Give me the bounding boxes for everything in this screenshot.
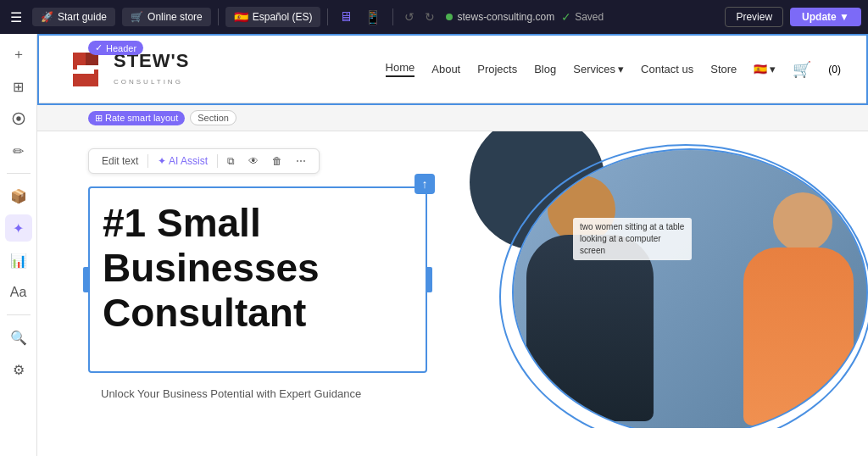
trash-icon: 🗑 (272, 155, 282, 167)
resize-handle-right[interactable] (426, 267, 432, 292)
nav-flag-selector[interactable]: 🇪🇸 ▾ (754, 63, 776, 75)
text-editing-toolbar: Edit text ✦ AI Assist ⧉ 👁 (88, 148, 320, 174)
eye-icon: 👁 (248, 155, 259, 167)
image-alt-caption: two women sitting at a table looking at … (573, 218, 692, 260)
undo-button[interactable]: ↺ (400, 8, 419, 25)
header-badge: Header (88, 41, 143, 55)
sidebar-design-icon[interactable] (5, 105, 32, 132)
flag-icon: 🇪🇸 (234, 10, 248, 24)
rate-smart-layout-label[interactable]: ⊞ Rate smart layout (88, 111, 185, 125)
sidebar-analytics-icon[interactable]: 📊 (5, 247, 32, 274)
edit-text-button[interactable]: Edit text (97, 153, 142, 169)
device-switcher: 🖥 📱 (335, 8, 386, 27)
toolbar-divider1 (147, 154, 148, 168)
site-header-wrapper: STEW'S CONSULTING Home About Projects Bl… (37, 34, 868, 105)
svg-point-1 (16, 116, 20, 120)
ellipsis-icon: ⋯ (296, 155, 306, 167)
site-navigation: Home About Projects Blog Services ▾ Cont… (386, 60, 841, 79)
preview-text-button[interactable]: 👁 (244, 153, 263, 169)
separator3 (392, 8, 393, 25)
copy-button[interactable]: ⧉ (223, 153, 239, 169)
copy-icon: ⧉ (227, 155, 235, 167)
sidebar-divider1 (7, 173, 31, 174)
upload-handle[interactable]: ↑ (415, 174, 435, 194)
subtitle-text: Unlock Your Business Potential with Expe… (88, 386, 427, 403)
website-canvas: Header STEW'S CONSULTING (37, 34, 868, 456)
ai-assist-button[interactable]: ✦ AI Assist (153, 153, 212, 169)
store-icon: 🛒 (131, 11, 143, 23)
preview-button[interactable]: Preview (725, 7, 783, 27)
sidebar-translate-icon[interactable]: Aa (5, 279, 32, 306)
section-labels-bar: ⊞ Rate smart layout Section (37, 105, 868, 131)
dropdown-arrow-icon: ▾ (618, 63, 624, 75)
person2-head (773, 192, 832, 252)
sidebar-layers-icon[interactable]: ⊞ (5, 73, 32, 100)
image-panel: two women sitting at a table looking at … (453, 131, 868, 428)
sidebar-divider2 (7, 314, 31, 315)
main-content-section: Edit text ✦ AI Assist ⧉ 👁 (37, 131, 868, 428)
person1-body (526, 235, 654, 421)
consultant-image[interactable]: two women sitting at a table looking at … (512, 148, 868, 428)
logo-text: STEW'S CONSULTING (114, 51, 189, 86)
update-button[interactable]: Update ▼ (790, 8, 861, 26)
saved-indicator: ✓ Saved (561, 10, 604, 24)
resize-handle-left[interactable] (83, 267, 90, 292)
sidebar-apps-icon[interactable]: 📦 (5, 182, 32, 209)
separator2 (327, 8, 328, 25)
language-selector[interactable]: 🇪🇸 Español (ES) (225, 7, 321, 27)
start-guide-button[interactable]: 🚀 Start guide (32, 8, 115, 26)
mobile-view-button[interactable]: 📱 (360, 8, 386, 27)
hamburger-menu[interactable]: ☰ (7, 6, 25, 29)
section-label-badge[interactable]: Section (190, 110, 236, 125)
sidebar-edit-icon[interactable]: ✏ (5, 137, 32, 164)
nav-store[interactable]: Store (710, 63, 737, 75)
nav-cart-icon[interactable]: 🛒 (793, 60, 811, 79)
sidebar-effects-icon[interactable]: ✦ (5, 214, 32, 242)
nav-contact[interactable]: Contact us (641, 63, 693, 75)
main-heading[interactable]: #1 Small Businesses Consultant (103, 201, 413, 336)
text-panel: Edit text ✦ AI Assist ⧉ 👁 (37, 131, 453, 428)
nav-services[interactable]: Services ▾ (573, 63, 624, 75)
nav-flag-arrow-icon: ▾ (770, 63, 776, 75)
nav-projects[interactable]: Projects (477, 63, 517, 75)
rocket-icon: 🚀 (41, 11, 53, 23)
site-header: STEW'S CONSULTING Home About Projects Bl… (39, 36, 866, 103)
nav-cart-count: (0) (828, 64, 841, 75)
top-toolbar: ☰ 🚀 Start guide 🛒 Online store 🇪🇸 Españo… (0, 0, 868, 34)
undo-redo-controls: ↺ ↻ (400, 8, 439, 25)
desktop-view-button[interactable]: 🖥 (335, 8, 357, 26)
person2-body (743, 247, 854, 425)
more-options-button[interactable]: ⋯ (292, 153, 310, 169)
text-content-box[interactable]: #1 Small Businesses Consultant (88, 186, 427, 373)
domain-indicator: stews-consulting.com (446, 11, 554, 23)
toolbar-divider2 (217, 154, 218, 168)
nav-flag-icon: 🇪🇸 (754, 63, 767, 75)
sidebar-settings-icon[interactable]: ⚙ (5, 356, 32, 383)
delete-button[interactable]: 🗑 (268, 153, 287, 169)
left-sidebar: ＋ ⊞ ✏ 📦 ✦ 📊 Aa 🔍 ⚙ (0, 34, 37, 456)
nav-about[interactable]: About (431, 63, 460, 75)
online-store-button[interactable]: 🛒 Online store (122, 8, 211, 26)
separator (218, 8, 219, 25)
connection-status-dot (446, 14, 453, 20)
nav-home[interactable]: Home (386, 61, 415, 77)
sidebar-search-icon[interactable]: 🔍 (5, 324, 32, 351)
sidebar-add-icon[interactable]: ＋ (5, 41, 32, 68)
nav-blog[interactable]: Blog (534, 63, 556, 75)
content-area: Header STEW'S CONSULTING (37, 34, 868, 456)
saved-checkmark-icon: ✓ (561, 10, 571, 24)
main-layout: ＋ ⊞ ✏ 📦 ✦ 📊 Aa 🔍 ⚙ Header (0, 34, 868, 456)
redo-button[interactable]: ↻ (420, 8, 439, 25)
